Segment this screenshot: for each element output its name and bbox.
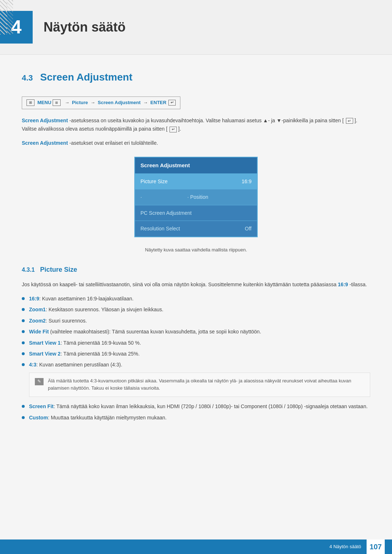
body-text-2-rest: -asetukset ovat erilaiset eri tulolähtei… — [69, 140, 158, 146]
intro-text-end: -tilassa. — [350, 282, 367, 287]
menu-item-picture-size[interactable]: Picture Size 16:9 — [135, 173, 257, 189]
bullet-text: 4:3: Kuvan asettaminen perustilaan (4:3)… — [29, 361, 122, 369]
bullet-text: Wide Fit (vaihtelee maakohtaisesti): Täm… — [29, 328, 261, 336]
body-text-1a: -asetuksessa on useita kuvakoko ja kuvas… — [69, 118, 344, 123]
menu-grid-icon: ⊞ — [53, 99, 61, 106]
menu-item-position[interactable]: · Position — [135, 189, 257, 205]
intro-text: Jos käytössä on kaapeli- tai satelliitti… — [22, 282, 338, 287]
bullet-text: Smart View 1: Tämä pienentää 16:9-kuvaa … — [29, 339, 141, 347]
main-content: 4.3 Screen Adjustment ⊞ MENU ⊞ → Picture… — [0, 69, 392, 447]
position-label: · Position — [187, 193, 208, 201]
bullet-label: Wide Fit — [29, 329, 49, 335]
menu-widget: Screen Adjustment Picture Size 16:9 · Po… — [134, 157, 258, 237]
enter-icon: ↵ — [168, 100, 176, 106]
body-text-2: Screen Adjustment -asetukset ovat erilai… — [22, 139, 370, 148]
subsection-number: 4.3.1 — [22, 265, 35, 275]
note-icon — [35, 378, 44, 385]
menu-enter: ENTER — [150, 99, 166, 107]
bullet-dot — [22, 363, 25, 366]
diagonal-pattern — [0, 0, 7, 34]
list-item: 16:9: Kuvan asettaminen 16:9-laajakuvati… — [22, 295, 370, 303]
bullet-label: 4:3 — [29, 362, 36, 368]
bullet-label: Smart View 1 — [29, 340, 61, 346]
picture-size-label: Picture Size — [140, 177, 168, 185]
bullet-text: Zoom1: Keskitason suurennos. Yläosan ja … — [29, 305, 163, 313]
page-footer: 4 Näytön säätö 107 — [0, 539, 392, 554]
enter-inline-2: ↵ — [170, 127, 177, 132]
bullet-dot — [22, 297, 25, 300]
chapter-header: 4 Näytön säätö — [0, 0, 392, 55]
bullet-text: Screen Fit: Tämä näyttää koko kuvan ilma… — [29, 402, 368, 410]
menu-label: MENU — [37, 99, 51, 107]
menu-item-resolution-select[interactable]: Resolution Select Off — [135, 221, 257, 236]
intro-bold: 16:9 — [338, 282, 348, 287]
menu-screen-adjustment: Screen Adjustment — [98, 99, 140, 107]
note-box: Älä määritä tuotetta 4:3-kuvamuotoon pit… — [29, 373, 370, 397]
bullet-text: Zoom2: Suuri suurennos. — [29, 317, 87, 325]
screen-adj-ref1: Screen Adjustment — [22, 118, 68, 123]
list-item: Zoom2: Suuri suurennos. — [22, 317, 370, 325]
resolution-select-label: Resolution Select — [140, 225, 180, 233]
bullet-label: Zoom2 — [29, 318, 46, 324]
bullet-label: Smart View 2 — [29, 351, 61, 357]
image-caption: Näytetty kuva saattaa vaihdella mallista… — [22, 246, 370, 254]
resolution-select-value: Off — [245, 225, 252, 233]
section-title: Screen Adjustment — [40, 69, 132, 86]
bullet-dot — [22, 352, 25, 355]
list-item: Screen Fit: Tämä näyttää koko kuvan ilma… — [22, 402, 370, 410]
footer-page-number: 107 — [367, 539, 385, 554]
bullet-dot — [22, 319, 25, 322]
enter-inline-1: ↵ — [346, 118, 353, 124]
chapter-title: Näytön säätö — [44, 17, 126, 38]
bullet-label: Zoom1 — [29, 307, 46, 312]
menu-item-pc-screen[interactable]: PC Screen Adjustment — [135, 205, 257, 221]
list-item: Zoom1: Keskitason suurennos. Yläosan ja … — [22, 305, 370, 313]
bullet-dot — [22, 308, 25, 311]
bullet-label: Custom — [29, 415, 48, 420]
bullet-list-2: Screen Fit: Tämä näyttää koko kuvan ilma… — [22, 402, 370, 422]
subsection-heading: 4.3.1 Picture Size — [22, 264, 370, 275]
menu-path: ⊞ MENU ⊞ → Picture → Screen Adjustment →… — [22, 97, 180, 109]
body-text-1c: ]. — [178, 126, 181, 132]
bullet-text: Custom: Muuttaa tarkkuutta käyttäjän mie… — [29, 414, 167, 422]
arrow2: → — [90, 99, 95, 107]
bullet-text: Smart View 2: Tämä pienentää 16:9-kuvaa … — [29, 350, 140, 358]
list-item: Smart View 2: Tämä pienentää 16:9-kuvaa … — [22, 350, 370, 358]
list-item: Custom: Muuttaa tarkkuutta käyttäjän mie… — [22, 414, 370, 422]
grid-pattern — [7, 0, 13, 34]
list-item: Wide Fit (vaihtelee maakohtaisesti): Täm… — [22, 328, 370, 336]
subsection-title: Picture Size — [40, 264, 77, 275]
bullet-label: Screen Fit — [29, 403, 54, 409]
pc-screen-label: PC Screen Adjustment — [140, 209, 192, 217]
footer-text: 4 Näytön säätö — [330, 543, 361, 551]
arrow1: → — [65, 99, 69, 107]
bullet-dot — [22, 330, 25, 333]
menu-widget-header: Screen Adjustment — [135, 157, 257, 173]
picture-size-value: 16:9 — [242, 177, 252, 185]
menu-screen-icon: ⊞ — [26, 99, 34, 106]
bullet-text: 16:9: Kuvan asettaminen 16:9-laajakuvati… — [29, 295, 134, 303]
note-text: Älä määritä tuotetta 4:3-kuvamuotoon pit… — [48, 377, 364, 393]
bullet-dot — [22, 405, 25, 408]
bullet-label: 16:9 — [29, 296, 39, 301]
bullet-dot — [22, 341, 25, 344]
list-item: 4:3: Kuvan asettaminen perustilaan (4:3)… — [22, 361, 370, 369]
intro-paragraph: Jos käytössä on kaapeli- tai satelliitti… — [22, 280, 370, 289]
menu-picture: Picture — [72, 99, 88, 107]
section-number: 4.3 — [22, 71, 33, 84]
section-heading: 4.3 Screen Adjustment — [22, 69, 370, 86]
list-item: Smart View 1: Tämä pienentää 16:9-kuvaa … — [22, 339, 370, 347]
bullet-list-1: 16:9: Kuvan asettaminen 16:9-laajakuvati… — [22, 295, 370, 369]
body-text-1: Screen Adjustment -asetuksessa on useita… — [22, 116, 370, 134]
bullet-dot — [22, 416, 25, 419]
screen-adj-ref2: Screen Adjustment — [22, 140, 68, 146]
arrow3: → — [143, 99, 148, 107]
